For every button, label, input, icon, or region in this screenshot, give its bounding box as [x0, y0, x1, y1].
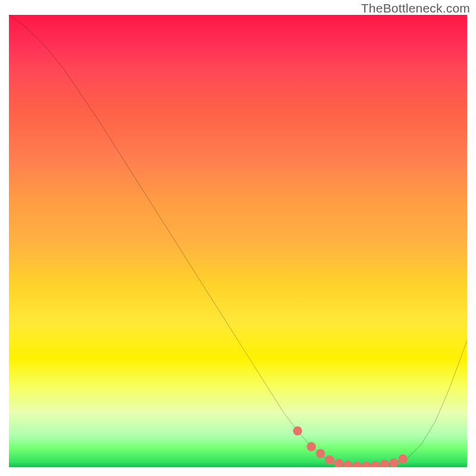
heatmap-gradient-background	[9, 15, 467, 467]
plot-area	[9, 15, 467, 467]
attribution-watermark: TheBottleneck.com	[361, 1, 470, 15]
bottleneck-chart: TheBottleneck.com	[0, 0, 476, 476]
